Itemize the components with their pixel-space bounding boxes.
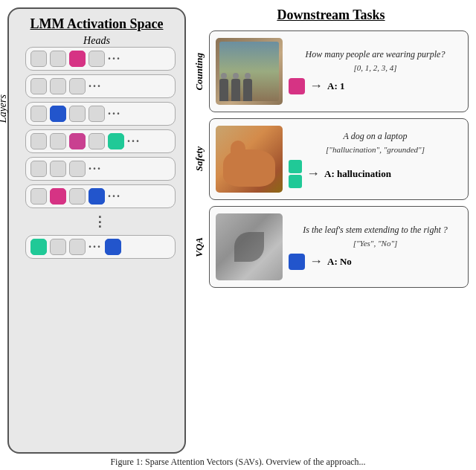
cell (50, 239, 66, 255)
heads-label: Heads (18, 35, 176, 47)
vqa-arrow: → (309, 254, 323, 269)
cell-blue (50, 106, 66, 122)
counting-arrow: → (309, 78, 323, 94)
row-dots: ··· (108, 190, 121, 203)
counting-card-wrapper: Counting How many people are wearing pur… (193, 30, 469, 112)
safety-question: A dog on a laptop (289, 131, 462, 142)
cell (69, 78, 86, 94)
safety-options: ["hallucination", "grounded"] (289, 145, 462, 154)
cell (89, 106, 105, 122)
figure-caption: Figure 1: Sparse Attention Vectors (SAVs… (103, 457, 373, 468)
row-dots: ··· (127, 135, 141, 148)
cell (50, 78, 66, 94)
counting-answer: A: 1 (327, 80, 344, 92)
left-panel: LMM Activation Space Heads Layers ··· ··… (7, 7, 186, 454)
vqa-answer: A: No (327, 256, 352, 268)
activation-row-3: ··· (25, 102, 176, 126)
cell (50, 161, 66, 177)
rows-container: ··· ··· ··· (18, 47, 176, 259)
right-panel-title: Downstream Tasks (193, 7, 469, 23)
main-container: LMM Activation Space Heads Layers ··· ··… (7, 7, 469, 454)
cell (50, 51, 66, 67)
person-3 (243, 79, 252, 101)
activation-row-last: ··· (25, 235, 176, 259)
layers-label: Layers (0, 94, 9, 123)
leaf-shape (234, 232, 264, 262)
row-dots: ··· (108, 52, 121, 65)
safety-arrow: → (306, 166, 320, 181)
cell-magenta (69, 133, 86, 149)
person-1 (219, 79, 228, 101)
cell (89, 133, 105, 149)
cell (30, 133, 47, 149)
activation-row-5: ··· (25, 157, 176, 181)
teal-sq-1 (289, 160, 302, 173)
vqa-card-wrapper: VQA Is the leaf's stem extending to the … (193, 206, 469, 288)
cell-pink (50, 188, 66, 205)
vqa-indicator (289, 254, 305, 270)
safety-label: Safety (193, 147, 207, 171)
row-dots: ··· (89, 162, 102, 176)
right-panel: Downstream Tasks Counting How man (193, 7, 469, 454)
vqa-question: Is the leaf's stem extending to the righ… (289, 225, 462, 236)
counting-content: How many people are wearing purple? [0, … (289, 49, 462, 94)
counting-indicator (289, 78, 305, 94)
vqa-content: Is the leaf's stem extending to the righ… (289, 225, 462, 270)
vqa-image (216, 213, 283, 280)
cell (50, 133, 66, 149)
counting-image (216, 38, 283, 105)
cell (30, 78, 47, 94)
teal-sq-2 (289, 175, 302, 188)
safety-card-wrapper: Safety A dog on a laptop ["hallucination… (193, 118, 469, 200)
cell-blue (105, 239, 121, 255)
cell (30, 106, 47, 122)
cell (30, 161, 47, 177)
cat-shape (223, 149, 275, 187)
vqa-label: VQA (193, 237, 207, 257)
safety-image (216, 126, 283, 193)
vertical-dots: ⋮ (25, 213, 176, 230)
counting-label: Counting (193, 53, 207, 91)
cell-teal (30, 239, 47, 255)
cell-blue (89, 188, 105, 205)
cell-pink (69, 51, 86, 67)
cell (30, 188, 47, 205)
cell (69, 161, 86, 177)
counting-footer: → A: 1 (289, 78, 462, 94)
task-cards-area: Counting How many people are wearing pur… (193, 30, 469, 454)
row-dots: ··· (108, 107, 121, 120)
cell-teal (108, 133, 124, 149)
left-panel-title: LMM Activation Space (30, 16, 164, 32)
safety-stacked-indicator (289, 160, 302, 188)
safety-footer: → A: hallucination (289, 160, 462, 188)
counting-options: [0, 1, 2, 3, 4] (289, 63, 462, 72)
counting-card: How many people are wearing purple? [0, … (209, 30, 469, 112)
activation-row-6: ··· (25, 184, 176, 208)
safety-answer: A: hallucination (324, 168, 391, 180)
vqa-options: ["Yes", "No"] (289, 239, 462, 248)
cell (69, 188, 86, 205)
activation-row-2: ··· (25, 74, 176, 98)
vqa-footer: → A: No (289, 254, 462, 270)
cell (89, 51, 105, 67)
row-dots: ··· (89, 80, 102, 93)
cell (30, 51, 47, 67)
person-2 (231, 79, 240, 101)
people-figure (219, 79, 252, 101)
cell (69, 239, 86, 255)
safety-content: A dog on a laptop ["hallucination", "gro… (289, 131, 462, 188)
activation-row-4: ··· (25, 129, 176, 153)
row-dots: ··· (89, 240, 102, 254)
activation-row-1: ··· (25, 47, 176, 71)
vqa-card: Is the leaf's stem extending to the righ… (209, 206, 469, 288)
cell (69, 106, 86, 122)
safety-card: A dog on a laptop ["hallucination", "gro… (209, 118, 469, 200)
counting-question: How many people are wearing purple? (289, 49, 462, 60)
